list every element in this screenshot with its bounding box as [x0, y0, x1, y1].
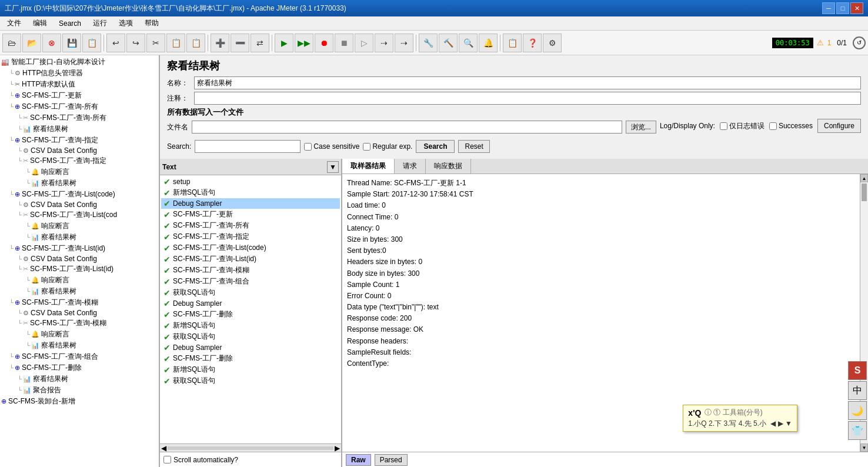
case-sensitive-label[interactable]: Case sensitive	[304, 142, 359, 151]
menu-run[interactable]: 运行	[88, 17, 112, 29]
tb-help[interactable]: 🔨	[439, 34, 458, 52]
tb-list[interactable]: 📋	[503, 34, 522, 52]
tb-templates[interactable]: 🔧	[419, 34, 438, 52]
tree-item[interactable]: └⚙CSV Data Set Config	[1, 146, 158, 155]
list-item[interactable]: ✔SC-FMS-工厂-查询-模糊	[161, 265, 340, 276]
list-item[interactable]: ✔获取SQL语句	[161, 375, 340, 386]
tree-item[interactable]: └⊕SC-FMS-工厂-查询-组合	[1, 351, 158, 362]
tab-sampler-result[interactable]: 取样器结果	[342, 159, 395, 174]
s-icon-button[interactable]: S	[848, 361, 867, 380]
list-item[interactable]: ✔SC-FMS-工厂-查询-List(code)	[161, 242, 340, 253]
tree-item[interactable]: └✂SC-FMS-工厂-查询-List(cod	[1, 209, 158, 221]
menu-search[interactable]: Search	[54, 18, 86, 29]
parsed-button[interactable]: Parsed	[375, 454, 408, 466]
tb-redo[interactable]: ↪	[126, 34, 145, 52]
reset-button[interactable]: Reset	[458, 140, 489, 153]
regular-exp-label[interactable]: Regular exp.	[363, 142, 412, 151]
tree-item[interactable]: └🔔响应断言	[1, 221, 158, 232]
list-item[interactable]: ✔SC-FMS-工厂-查询-指定	[161, 231, 340, 242]
tree-item[interactable]: └⊕SC-FMS-工厂-删除	[1, 362, 158, 373]
moon-icon-button[interactable]: 🌙	[848, 401, 867, 420]
tb-start-nopause[interactable]: ▶▶	[295, 34, 313, 52]
list-item[interactable]: ✔Debug Sampler	[161, 198, 340, 209]
scroll-auto-label[interactable]: Scroll automatically?	[163, 456, 238, 464]
tree-item[interactable]: └⚙CSV Data Set Config	[1, 308, 158, 318]
tree-item[interactable]: └📊察看结果树	[1, 340, 158, 351]
tree-item[interactable]: └📊察看结果树	[1, 286, 158, 297]
menu-help[interactable]: 帮助	[140, 17, 163, 29]
case-sensitive-checkbox[interactable]	[304, 143, 312, 151]
tb-remote2[interactable]: ⇢	[395, 34, 413, 52]
list-item[interactable]: ✔获取SQL语句	[161, 331, 340, 342]
tb-start[interactable]: ▶	[275, 34, 293, 52]
tree-item[interactable]: └⊕SC-FMS-工厂-更新	[1, 90, 158, 101]
tb-saveas[interactable]: 📋	[82, 34, 101, 52]
menu-file[interactable]: 文件	[2, 17, 26, 29]
tree-scroll[interactable]: 🏭智能工厂接口-自动化脚本设计└⚙HTTP信息头管理器└✂HTTP请求默认值└⊕…	[0, 55, 159, 467]
menu-edit[interactable]: 编辑	[28, 17, 52, 29]
tree-item[interactable]: └🔔响应断言	[1, 275, 158, 286]
raw-button[interactable]: Raw	[346, 454, 371, 466]
regular-exp-checkbox[interactable]	[363, 143, 370, 151]
minimize-button[interactable]: ─	[822, 2, 835, 14]
list-item[interactable]: ✔新增SQL语句	[161, 320, 340, 331]
tree-item[interactable]: └⊕SC-FMS-工厂-查询-List(id)	[1, 243, 158, 254]
list-item[interactable]: ✔Debug Sampler	[161, 298, 340, 309]
tree-item[interactable]: └⊕SC-FMS-工厂-查询-指定	[1, 135, 158, 146]
tree-item[interactable]: └⊕SC-FMS-工厂-查询-模糊	[1, 297, 158, 308]
chinese-icon-button[interactable]: 中	[848, 381, 867, 400]
tb-copy[interactable]: 📋	[166, 34, 185, 52]
list-item[interactable]: ✔Debug Sampler	[161, 342, 340, 353]
text-list[interactable]: ✔setup✔新增SQL语句✔Debug Sampler✔SC-FMS-工厂-更…	[160, 175, 341, 443]
file-input[interactable]	[192, 121, 622, 134]
tree-item[interactable]: └📊察看结果树	[1, 178, 158, 189]
tree-item[interactable]: └✂HTTP请求默认值	[1, 79, 158, 90]
tree-item[interactable]: └🔔响应断言	[1, 329, 158, 340]
tb-notification[interactable]: 🔔	[479, 34, 498, 52]
tree-item[interactable]: └⚙CSV Data Set Config	[1, 254, 158, 263]
tb-settings[interactable]: ⚙	[543, 34, 562, 52]
list-item[interactable]: ✔SC-FMS-工厂-删除	[161, 309, 340, 320]
tree-item[interactable]: └📊聚合报告	[1, 385, 158, 396]
menu-options[interactable]: 选项	[114, 17, 138, 29]
ime-dropdown[interactable]: ▼	[785, 419, 792, 428]
list-item[interactable]: ✔SC-FMS-工厂-查询-组合	[161, 276, 340, 287]
search-button[interactable]: Search	[416, 140, 455, 153]
successes-checkbox[interactable]	[769, 122, 777, 130]
comment-input[interactable]	[194, 92, 861, 105]
maximize-button[interactable]: □	[836, 2, 849, 14]
search-input[interactable]	[195, 140, 301, 153]
close-button[interactable]: ✕	[850, 2, 863, 14]
configure-button[interactable]: Configure	[817, 119, 861, 133]
shirt-icon-button[interactable]: 👕	[848, 421, 867, 440]
list-item[interactable]: ✔SC-FMS-工厂-查询-所有	[161, 220, 340, 231]
list-item[interactable]: ✔SC-FMS-工厂-更新	[161, 209, 340, 220]
vscroll-up-btn[interactable]: ▲	[860, 174, 868, 182]
tree-item[interactable]: └✂SC-FMS-工厂-查询-模糊	[1, 318, 158, 329]
successes-checkbox-label[interactable]: Successes	[769, 122, 813, 130]
ime-nav-right[interactable]: ▶	[778, 419, 783, 428]
list-item[interactable]: ✔新增SQL语句	[161, 364, 340, 375]
list-item[interactable]: ✔新增SQL语句	[161, 187, 340, 198]
tb-collapse[interactable]: ➖	[231, 34, 249, 52]
vscroll-thumb[interactable]	[862, 184, 867, 201]
text-column-dropdown[interactable]: ▼	[327, 161, 339, 173]
tree-item[interactable]: └📊察看结果树	[1, 373, 158, 385]
list-item[interactable]: ✔SC-FMS-工厂-删除	[161, 353, 340, 364]
error-log-checkbox-label[interactable]: 仅日志错误	[720, 121, 764, 131]
scroll-auto-checkbox[interactable]	[163, 456, 171, 463]
name-input[interactable]	[194, 76, 861, 89]
text-panel-hscroll[interactable]: ◀ ▶	[160, 443, 341, 452]
tb-record[interactable]: ⏺	[315, 34, 333, 52]
tb-stop2[interactable]: ▷	[355, 34, 373, 52]
list-item[interactable]: ✔获取SQL语句	[161, 287, 340, 298]
tree-item[interactable]: └✂SC-FMS-工厂-查询-指定	[1, 155, 158, 166]
tree-item[interactable]: ⊕SC-FMS-装卸台-新增	[1, 396, 158, 407]
browse-button[interactable]: 浏览...	[626, 121, 656, 134]
tb-save[interactable]: 💾	[62, 34, 81, 52]
tree-item[interactable]: 🏭智能工厂接口-自动化脚本设计	[1, 56, 158, 68]
tb-undo[interactable]: ↩	[106, 34, 125, 52]
tree-item[interactable]: └🔔响应断言	[1, 166, 158, 178]
tree-item[interactable]: └✂SC-FMS-工厂-查询-List(id)	[1, 263, 158, 275]
list-item[interactable]: ✔SC-FMS-工厂-查询-List(id)	[161, 253, 340, 265]
